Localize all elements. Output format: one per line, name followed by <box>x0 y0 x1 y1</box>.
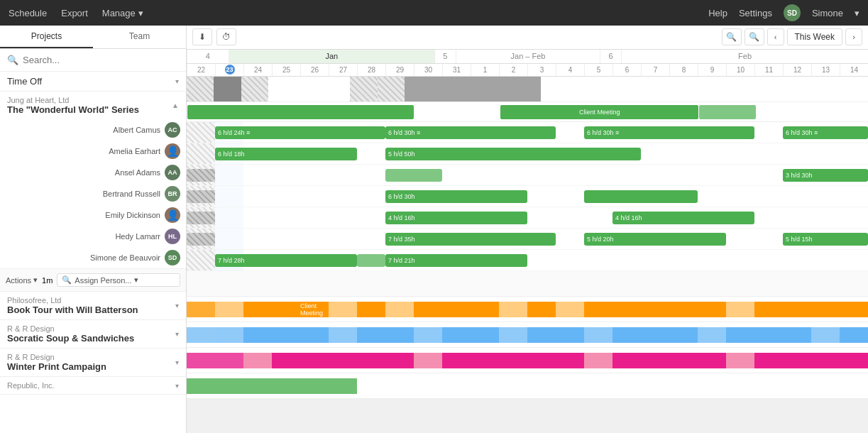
bar-lamarr-hatch <box>187 233 215 246</box>
project-winter-chevron[interactable]: ▾ <box>175 358 179 366</box>
nav-manage[interactable]: Manage ▾ <box>102 8 143 18</box>
bar-dickinson-1: 4 h/d 16h <box>385 212 527 224</box>
bar-lamarr-1: 7 h/d 35h <box>385 233 556 246</box>
project-winter-header[interactable]: R & R Design Winter Print Campaign ▾ <box>0 349 186 376</box>
tab-team[interactable]: Team <box>93 26 186 48</box>
month-jan-feb: Jan – Feb <box>456 50 600 63</box>
project-rr-soup-header[interactable]: R & R Design Socratic Soup & Sandwiches … <box>0 320 186 348</box>
calendar-grid: 4 Jan 5 Jan – Feb 6 Feb 22 23 24 25 26 2… <box>187 50 868 433</box>
project-philosofree-header[interactable]: Philosofree, Ltd Book Tour with Will Bat… <box>0 292 186 319</box>
user-avatar[interactable]: SD <box>784 4 801 21</box>
project-republic-header[interactable]: Republic, Inc. ▾ <box>0 377 186 394</box>
bar-russell-1: 6 h/d 30h <box>385 190 527 203</box>
bar-adams-hatch <box>187 169 215 182</box>
zoom-out-button[interactable]: 🔍 <box>722 28 742 45</box>
day-13: 13 <box>811 64 840 76</box>
person-name-earhart: Amelia Earhart <box>11 147 160 155</box>
top-nav-left: Schedule Export Manage ▾ <box>9 8 143 18</box>
nav-schedule[interactable]: Schedule <box>9 8 47 18</box>
tab-projects[interactable]: Projects <box>0 26 93 48</box>
bar-adams-green <box>385 169 442 182</box>
actions-bar: Actions ▾ 1m 🔍 Assign Person... ▾ <box>0 268 186 291</box>
day-4: 4 <box>556 64 584 76</box>
avatar-beauvoir: SD <box>165 250 180 265</box>
bar-camus-2: 6 h/d 30h ≡ <box>385 126 556 139</box>
nav-help[interactable]: Help <box>708 8 727 18</box>
project-jung: Jung at Heart, Ltd The "Wonderful World"… <box>0 92 186 292</box>
month-header-row: 4 Jan 5 Jan – Feb 6 Feb <box>187 50 868 64</box>
bar-dickinson-hatch <box>187 212 215 224</box>
person-row-beauvoir: Simone de Beauvoir SD <box>0 247 186 268</box>
bar-earhart-2: 5 h/d 50h <box>385 148 641 160</box>
avatar-dickinson: 👤 <box>165 207 180 223</box>
day-10: 10 <box>726 64 754 76</box>
project-republic-company: Republic, Inc. <box>7 381 55 390</box>
day-9: 9 <box>698 64 726 76</box>
person-cal-row-russell: 6 h/d 30h <box>187 186 868 207</box>
prev-week-button[interactable]: ‹ <box>767 28 784 45</box>
bar-russell-hatch <box>187 190 215 203</box>
this-week-button[interactable]: This Week <box>787 28 842 45</box>
search-input[interactable] <box>23 55 179 65</box>
bar-lamarr-3: 5 h/d 15h <box>783 233 868 246</box>
project-soup-cal <box>187 322 868 348</box>
time-off-label: Time Off <box>7 76 42 87</box>
project-philosofree: Philosofree, Ltd Book Tour with Will Bat… <box>0 292 186 320</box>
top-nav: Schedule Export Manage ▾ Help Settings S… <box>0 0 868 26</box>
day-12: 12 <box>783 64 811 76</box>
bar-camus-1: 6 h/d 24h ≡ <box>215 126 385 139</box>
project-republic-chevron[interactable]: ▾ <box>175 382 179 390</box>
zoom-in-button[interactable]: 🔍 <box>745 28 764 45</box>
bar-dickinson-2: 4 h/d 16h <box>612 212 754 224</box>
person-row-dickinson: Emily Dickinson 👤 <box>0 204 186 226</box>
project-philosofree-chevron[interactable]: ▾ <box>175 302 179 309</box>
nav-settings[interactable]: Settings <box>739 8 772 18</box>
sidebar: Projects Team 🔍 Time Off ▾ Jung at Heart… <box>0 26 187 433</box>
month-4: 4 <box>187 50 229 63</box>
duration-label: 1m <box>42 276 53 285</box>
bar-lamarr-2: 5 h/d 20h <box>584 233 726 246</box>
assign-person-input[interactable]: 🔍 Assign Person... ▾ <box>57 273 180 287</box>
day-5: 5 <box>584 64 612 76</box>
day-22: 22 <box>187 64 215 76</box>
person-cal-row-camus: 6 h/d 24h ≡ 6 h/d 30h ≡ 6 h/d 30h ≡ 6 h/… <box>187 122 868 143</box>
project-republic: Republic, Inc. ▾ <box>0 377 186 395</box>
project-rr-soup-chevron[interactable]: ▾ <box>175 330 179 338</box>
time-off-cal-row <box>187 77 868 102</box>
bar-earhart-1: 6 h/d 18h <box>215 148 357 160</box>
user-dropdown-icon[interactable]: ▾ <box>855 8 859 18</box>
nav-export[interactable]: Export <box>61 8 88 18</box>
person-cal-row-beauvoir: 7 h/d 28h 7 h/d 21h <box>187 250 868 271</box>
project-jung-header[interactable]: Jung at Heart, Ltd The "Wonderful World"… <box>0 92 186 119</box>
time-off-chevron[interactable]: ▾ <box>175 77 179 85</box>
collapse-button[interactable]: ⬇ <box>192 28 212 45</box>
project-winter: R & R Design Winter Print Campaign ▾ <box>0 349 186 377</box>
project-jung-chevron[interactable]: ▲ <box>172 102 179 109</box>
bar-beauvoir-2: 7 h/d 21h <box>385 254 527 267</box>
day-8: 8 <box>669 64 698 76</box>
avatar-earhart: 👤 <box>165 143 180 159</box>
month-5: 5 <box>434 50 456 63</box>
actions-button[interactable]: Actions ▾ <box>6 275 38 285</box>
time-off-row: Time Off ▾ <box>0 72 186 92</box>
project-jung-cal-header: Client Meeting <box>187 102 868 122</box>
person-cal-row-lamarr: 7 h/d 35h 5 h/d 20h 5 h/d 15h <box>187 229 868 250</box>
project-rr-soup: R & R Design Socratic Soup & Sandwiches … <box>0 320 186 349</box>
project-winter-cal <box>187 348 868 373</box>
project-republic-cal <box>187 373 868 399</box>
day-3: 3 <box>527 64 556 76</box>
project-winter-name: Winter Print Campaign <box>7 361 106 372</box>
user-name[interactable]: Simone <box>812 8 843 18</box>
actions-label: Actions <box>6 276 31 285</box>
person-name-lamarr: Hedy Lamarr <box>11 232 160 241</box>
day-29: 29 <box>385 64 414 76</box>
next-week-button[interactable]: › <box>845 28 862 45</box>
bar-russell-2 <box>584 190 698 203</box>
person-cal-row-earhart: 6 h/d 18h 5 h/d 50h <box>187 143 868 165</box>
calendar-toolbar: ⬇ ⏱ 🔍 🔍 ‹ This Week › <box>187 26 868 50</box>
bar-camus-4: 6 h/d 30h ≡ <box>783 126 868 139</box>
today-clock-button[interactable]: ⏱ <box>216 28 236 45</box>
top-nav-right: Help Settings SD Simone ▾ <box>708 4 859 21</box>
cal-rows: Client Meeting 6 h/d 24h ≡ 6 h/d 30h ≡ <box>187 77 868 433</box>
day-28: 28 <box>357 64 385 76</box>
